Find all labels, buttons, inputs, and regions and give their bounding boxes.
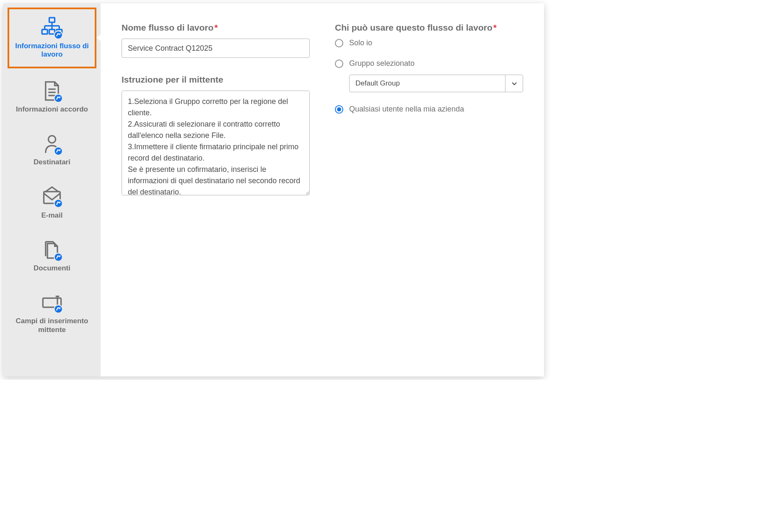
- svg-point-9: [54, 31, 62, 39]
- sidebar-item-label: Destinatari: [34, 158, 70, 166]
- group-dropdown-value: Default Group: [350, 75, 505, 92]
- workflow-name-input[interactable]: [122, 39, 310, 58]
- workflow-config-panel: Informazioni flusso di lavoro Informazio…: [3, 3, 544, 376]
- sidebar-item-agreement-info[interactable]: Informazioni accordo: [8, 73, 96, 121]
- main-content: Nome flusso di lavoro* Istruzione per il…: [101, 3, 544, 376]
- radio-circle-icon: [335, 39, 343, 47]
- person-icon: [41, 133, 63, 155]
- who-can-use-label: Chi può usare questo flusso di lavoro*: [335, 23, 523, 33]
- who-can-use-radio-group: Solo io Gruppo selezionato Default Group: [335, 39, 523, 125]
- envelope-icon: [41, 186, 63, 208]
- radio-circle-selected-icon: [335, 105, 343, 114]
- radio-label: Qualsiasi utente nella mia azienda: [349, 105, 464, 114]
- documents-icon: [41, 239, 63, 261]
- radio-only-me[interactable]: Solo io: [335, 39, 523, 47]
- input-field-icon: [41, 292, 63, 314]
- radio-label: Solo io: [349, 39, 372, 47]
- sidebar-item-recipients[interactable]: Destinatari: [8, 125, 96, 174]
- document-lines-icon: [41, 80, 63, 102]
- required-asterisk: *: [493, 23, 497, 32]
- sidebar-item-label: E-mail: [41, 211, 62, 220]
- sidebar-item-email[interactable]: E-mail: [8, 179, 96, 227]
- sidebar-item-label: Documenti: [34, 264, 70, 272]
- sidebar-item-documents[interactable]: Documenti: [8, 231, 96, 280]
- workflow-name-label: Nome flusso di lavoro*: [122, 23, 310, 33]
- svg-point-24: [54, 305, 62, 314]
- svg-point-15: [54, 147, 62, 155]
- group-dropdown-wrap: Default Group: [349, 75, 523, 92]
- instructions-label: Istruzione per il mittente: [122, 75, 310, 85]
- left-column: Nome flusso di lavoro* Istruzione per il…: [122, 23, 310, 364]
- workflow-name-group: Nome flusso di lavoro*: [122, 23, 310, 58]
- radio-circle-icon: [335, 60, 343, 68]
- sidebar-item-label: Campi di inserimento mittente: [11, 317, 93, 334]
- group-dropdown[interactable]: Default Group: [349, 75, 523, 92]
- svg-point-19: [54, 253, 62, 261]
- svg-rect-2: [49, 29, 55, 34]
- sidebar-item-label: Informazioni flusso di lavoro: [13, 42, 91, 59]
- instructions-textarea[interactable]: 1.Seleziona il Gruppo corretto per la re…: [122, 91, 310, 195]
- svg-point-14: [48, 136, 55, 143]
- svg-point-17: [54, 199, 62, 208]
- workflow-icon: [41, 17, 63, 39]
- sidebar: Informazioni flusso di lavoro Informazio…: [3, 3, 101, 376]
- radio-any-user[interactable]: Qualsiasi utente nella mia azienda: [335, 105, 523, 114]
- svg-rect-1: [42, 29, 47, 34]
- svg-point-13: [54, 94, 62, 101]
- instructions-group: Istruzione per il mittente 1.Seleziona i…: [122, 75, 310, 197]
- sidebar-item-sender-input-fields[interactable]: Campi di inserimento mittente: [8, 284, 96, 342]
- right-column: Chi può usare questo flusso di lavoro* S…: [335, 23, 523, 364]
- required-asterisk: *: [214, 23, 218, 32]
- sidebar-item-label: Informazioni accordo: [16, 105, 88, 114]
- svg-rect-0: [49, 18, 55, 22]
- sidebar-item-workflow-info[interactable]: Informazioni flusso di lavoro: [8, 8, 96, 68]
- who-can-use-group: Chi può usare questo flusso di lavoro* S…: [335, 23, 523, 125]
- radio-label: Gruppo selezionato: [349, 59, 415, 68]
- chevron-down-icon[interactable]: [505, 75, 523, 92]
- radio-selected-group[interactable]: Gruppo selezionato: [335, 59, 523, 68]
- active-tab-pointer: [96, 33, 103, 43]
